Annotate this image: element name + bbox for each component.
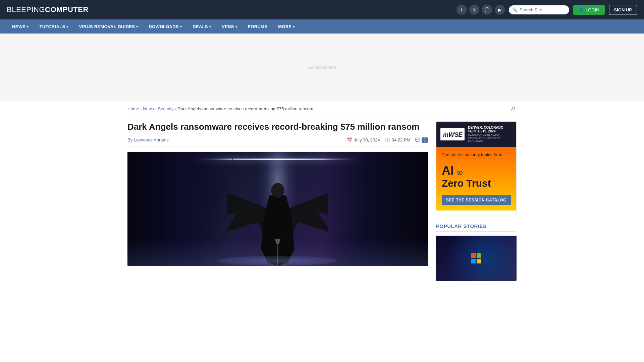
ms-logo-grid — [471, 253, 482, 264]
breadcrumb-news[interactable]: News — [143, 106, 154, 111]
nav-vpns-arrow: ▾ — [235, 25, 237, 28]
site-header: BLEEPINGCOMPUTER f 𝕏 ▶ 🔍 👤 LOGIN SIGN UP — [0, 0, 644, 19]
popular-story-thumbnail[interactable] — [436, 236, 517, 281]
signup-label: SIGN UP — [614, 7, 632, 12]
microsoft-logo — [471, 253, 482, 264]
header-right: f 𝕏 ▶ 🔍 👤 LOGIN SIGN UP — [457, 5, 637, 15]
breadcrumb: Home › News › Security › Dark Angels ran… — [127, 106, 313, 111]
mastodon-icon[interactable] — [482, 5, 492, 15]
ad-tagline: The hottest security topics from — [442, 152, 511, 157]
ad-header: mWiSE DENVER, COLORADO SEPT 18-19, 2024 … — [436, 122, 516, 147]
ad-banner: Advertisement — [0, 34, 644, 101]
breadcrumb-sep-1: › — [141, 107, 142, 111]
search-box: 🔍 — [509, 5, 569, 14]
comment-icon: 💬 — [415, 137, 420, 142]
sidebar-ad: mWiSE DENVER, COLORADO SEPT 18-19, 2024 … — [436, 121, 517, 215]
facebook-icon[interactable]: f — [457, 5, 467, 15]
ad-to-text: to — [457, 169, 463, 176]
nav-item-vpns[interactable]: VPNS ▾ — [216, 19, 243, 34]
breadcrumb-bar: Home › News › Security › Dark Angels ran… — [127, 101, 517, 116]
ad-body: The hottest security topics from AI to Z… — [436, 147, 516, 210]
login-label: LOGIN — [586, 7, 599, 12]
youtube-icon[interactable]: ▶ — [495, 5, 505, 15]
ms-yellow-square — [477, 259, 481, 263]
article-title: Dark Angels ransomware receives record-b… — [127, 121, 428, 133]
article-author-line: By Lawrence Abrams — [127, 137, 169, 142]
nav-news-arrow: ▾ — [27, 25, 29, 28]
article-hero-image — [127, 152, 428, 266]
breadcrumb-sep-2: › — [155, 107, 157, 111]
ad-logo-box: mWiSE — [440, 128, 465, 140]
popular-stories: POPULAR STORIES — [436, 223, 517, 281]
article-meta: By Lawrence Abrams 📅 July 30, 2024 🕓 04:… — [127, 137, 428, 146]
by-label: By — [127, 137, 132, 142]
search-input[interactable] — [509, 5, 569, 14]
ms-red-square — [471, 253, 476, 258]
ms-green-square — [477, 253, 481, 258]
nav-tutorials-arrow: ▾ — [66, 25, 68, 28]
nav-downloads-arrow: ▾ — [180, 25, 182, 28]
breadcrumb-home[interactable]: Home — [127, 106, 139, 111]
search-icon: 🔍 — [512, 7, 517, 12]
print-icon[interactable] — [511, 105, 517, 112]
logo-prefix: BLEEPING — [7, 5, 45, 14]
article-date: 📅 July 30, 2024 — [347, 137, 380, 142]
comment-count[interactable]: 💬 1 — [415, 137, 428, 143]
ad-dates: SEPT 18-19, 2024 — [468, 129, 512, 133]
clock-icon: 🕓 — [385, 137, 390, 142]
breadcrumb-current: Dark Angels ransomware receives record-b… — [177, 106, 313, 111]
ad-event-details: DENVER, COLORADO SEPT 18-19, 2024 MANDIA… — [468, 126, 512, 143]
site-logo[interactable]: BLEEPINGCOMPUTER — [7, 5, 89, 14]
main-navbar: NEWS ▾ TUTORIALS ▾ VIRUS REMOVAL GUIDES … — [0, 19, 644, 34]
sidebar: mWiSE DENVER, COLORADO SEPT 18-19, 2024 … — [436, 121, 517, 281]
ad-mandiant: MANDIANT WORLDWIDE INFORMATION SECURITY … — [468, 134, 512, 143]
nav-item-tutorials[interactable]: TUTORIALS ▾ — [34, 19, 74, 34]
ad-main-text: AI to Zero Trust — [442, 164, 511, 189]
comment-number: 1 — [422, 137, 428, 143]
twitter-icon[interactable]: 𝕏 — [469, 5, 479, 15]
popular-stories-title: POPULAR STORIES — [436, 223, 517, 232]
article: Dark Angels ransomware receives record-b… — [127, 121, 428, 266]
meta-right: 📅 July 30, 2024 🕓 04:22 PM 💬 1 — [347, 137, 428, 143]
calendar-icon: 📅 — [347, 137, 352, 142]
ad-location: DENVER, COLORADO — [468, 126, 512, 129]
ad-logo-text: mWiSE — [443, 130, 462, 138]
nav-item-downloads[interactable]: DOWNLOADS ▾ — [144, 19, 187, 34]
nav-item-forums[interactable]: FORUMS — [243, 19, 273, 34]
nav-deals-arrow: ▾ — [209, 25, 211, 28]
main-container: Home › News › Security › Dark Angels ran… — [121, 101, 523, 281]
svg-point-0 — [271, 183, 284, 198]
floor-glow — [218, 256, 338, 266]
nav-item-more[interactable]: MORE ▾ — [273, 19, 300, 34]
ms-blue-square — [471, 259, 476, 263]
signup-button[interactable]: SIGN UP — [609, 5, 637, 15]
nav-virus-arrow: ▾ — [136, 25, 138, 28]
breadcrumb-security[interactable]: Security — [158, 106, 174, 111]
breadcrumb-sep-3: › — [175, 107, 176, 111]
social-icons: f 𝕏 ▶ — [457, 5, 505, 15]
author-link[interactable]: Lawrence Abrams — [134, 137, 169, 142]
content-layout: Dark Angels ransomware receives record-b… — [127, 121, 517, 281]
nav-item-news[interactable]: NEWS ▾ — [7, 19, 34, 34]
login-user-icon: 👤 — [579, 7, 584, 12]
ad-cta-button[interactable]: SEE THE SESSION CATALOG — [442, 195, 511, 205]
angel-svg — [227, 165, 328, 266]
nav-more-arrow: ▾ — [293, 25, 294, 28]
ad-ai-text: AI — [442, 164, 454, 177]
login-button[interactable]: 👤 LOGIN — [573, 5, 604, 15]
logo-suffix: COMPUTER — [45, 5, 89, 14]
article-image-placeholder — [127, 152, 428, 266]
nav-item-deals[interactable]: DEALS ▾ — [187, 19, 216, 34]
article-time: 🕓 04:22 PM — [385, 137, 411, 142]
ad-zero-trust: Zero Trust — [442, 178, 511, 189]
nav-item-virus-removal[interactable]: VIRUS REMOVAL GUIDES ▾ — [74, 19, 144, 34]
